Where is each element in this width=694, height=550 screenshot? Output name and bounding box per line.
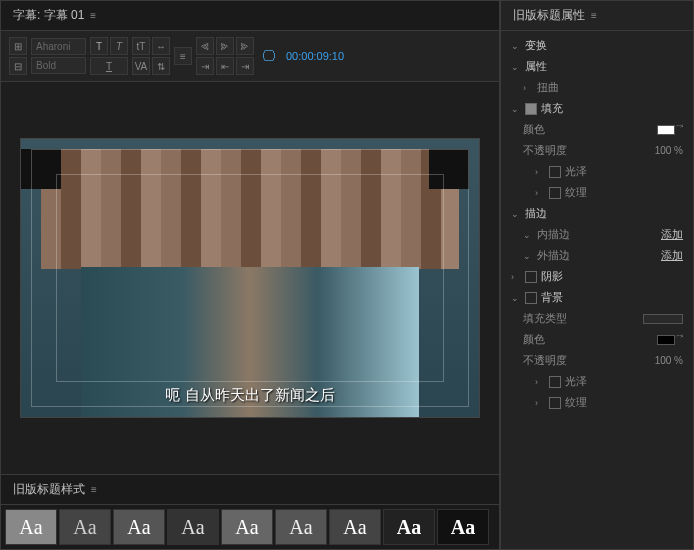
- row-bg-sheen[interactable]: ›光泽: [501, 371, 693, 392]
- props-panel-header: 旧版标题属性 ≡: [501, 1, 693, 31]
- italic-tool-icon[interactable]: T: [110, 37, 128, 55]
- monitor-icon[interactable]: 🖵: [262, 48, 276, 64]
- props-title: 旧版标题属性: [513, 7, 585, 24]
- row-bg-opacity: 不透明度100 %: [501, 350, 693, 371]
- timecode-display[interactable]: 00:00:09:10: [286, 50, 344, 62]
- row-fill-type[interactable]: 填充类型: [501, 308, 693, 329]
- row-bg-texture[interactable]: ›纹理: [501, 392, 693, 413]
- style-swatch-4[interactable]: Aa: [221, 509, 273, 545]
- leading-icon[interactable]: VA: [132, 57, 150, 75]
- section-stroke[interactable]: ⌄描边: [501, 203, 693, 224]
- style-swatch-0[interactable]: Aa: [5, 509, 57, 545]
- style-swatch-8[interactable]: Aa: [437, 509, 489, 545]
- row-fill-texture[interactable]: ›纹理: [501, 182, 693, 203]
- subtitle-text[interactable]: 呃 自从昨天出了新闻之后: [165, 386, 334, 405]
- preview-frame[interactable]: 呃 自从昨天出了新闻之后: [20, 138, 480, 418]
- tab-icon[interactable]: ⇥: [196, 57, 214, 75]
- subtitle-panel-header: 字幕: 字幕 01 ≡: [1, 1, 499, 31]
- bg-sheen-checkbox[interactable]: [549, 376, 561, 388]
- styles-row: AaAaAaAaAaAaAaAaAa: [1, 505, 499, 549]
- add-outer-stroke[interactable]: 添加: [661, 248, 683, 263]
- fill-color-swatch[interactable]: [657, 125, 675, 135]
- style-swatch-5[interactable]: Aa: [275, 509, 327, 545]
- filltype-swatch[interactable]: [643, 314, 683, 324]
- section-properties[interactable]: ⌄属性: [501, 56, 693, 77]
- section-transform[interactable]: ⌄变换: [501, 35, 693, 56]
- style-swatch-7[interactable]: Aa: [383, 509, 435, 545]
- title-toolbar: ⊞ ⊟ Aharoni Bold T T T tT ↔ VA: [1, 31, 499, 82]
- row-bg-color[interactable]: 颜色⃕: [501, 329, 693, 350]
- align-right-icon[interactable]: ⫸: [236, 37, 254, 55]
- style-swatch-6[interactable]: Aa: [329, 509, 381, 545]
- font-weight-select[interactable]: Bold: [31, 57, 86, 74]
- row-fill-opacity: 不透明度100 %: [501, 140, 693, 161]
- font-name-select[interactable]: Aharoni: [31, 38, 86, 55]
- sheen-checkbox[interactable]: [549, 166, 561, 178]
- styles-menu-icon[interactable]: ≡: [91, 484, 97, 495]
- panel-menu-icon[interactable]: ≡: [90, 10, 96, 21]
- align-left-icon[interactable]: ⫷: [196, 37, 214, 55]
- preview-area: 呃 自从昨天出了新闻之后: [1, 82, 499, 474]
- panel-title: 字幕: 字幕 01: [13, 7, 84, 24]
- shadow-checkbox[interactable]: [525, 271, 537, 283]
- tracking-icon[interactable]: ⇅: [152, 57, 170, 75]
- style-swatch-2[interactable]: Aa: [113, 509, 165, 545]
- bg-checkbox[interactable]: [525, 292, 537, 304]
- size-tool-icon[interactable]: tT: [132, 37, 150, 55]
- style-swatch-1[interactable]: Aa: [59, 509, 111, 545]
- section-shadow[interactable]: ›阴影: [501, 266, 693, 287]
- align-center-icon[interactable]: ⫸: [216, 37, 234, 55]
- add-inner-stroke[interactable]: 添加: [661, 227, 683, 242]
- bg-texture-checkbox[interactable]: [549, 397, 561, 409]
- row-outer-stroke[interactable]: ⌄外描边添加: [501, 245, 693, 266]
- section-fill[interactable]: ⌄填充: [501, 98, 693, 119]
- row-fill-sheen[interactable]: ›光泽: [501, 161, 693, 182]
- tab3-icon[interactable]: ⇥: [236, 57, 254, 75]
- tool-btn-2[interactable]: ⊟: [9, 57, 27, 75]
- texture-checkbox[interactable]: [549, 187, 561, 199]
- baseline-icon[interactable]: ≡: [174, 47, 192, 65]
- fill-checkbox[interactable]: [525, 103, 537, 115]
- safe-margin-inner: [56, 174, 444, 382]
- style-swatch-3[interactable]: Aa: [167, 509, 219, 545]
- row-inner-stroke[interactable]: ⌄内描边添加: [501, 224, 693, 245]
- tool-btn-1[interactable]: ⊞: [9, 37, 27, 55]
- type-tool-icon[interactable]: T: [90, 37, 108, 55]
- row-distort[interactable]: ›扭曲: [501, 77, 693, 98]
- underline-tool-icon[interactable]: T: [90, 57, 128, 75]
- tab2-icon[interactable]: ⇤: [216, 57, 234, 75]
- styles-title: 旧版标题样式: [13, 481, 85, 498]
- kerning-icon[interactable]: ↔: [152, 37, 170, 55]
- section-background[interactable]: ⌄背景: [501, 287, 693, 308]
- props-menu-icon[interactable]: ≡: [591, 10, 597, 21]
- styles-panel-header: 旧版标题样式 ≡: [1, 475, 499, 505]
- row-fill-color[interactable]: 颜色⃕: [501, 119, 693, 140]
- bg-color-swatch[interactable]: [657, 335, 675, 345]
